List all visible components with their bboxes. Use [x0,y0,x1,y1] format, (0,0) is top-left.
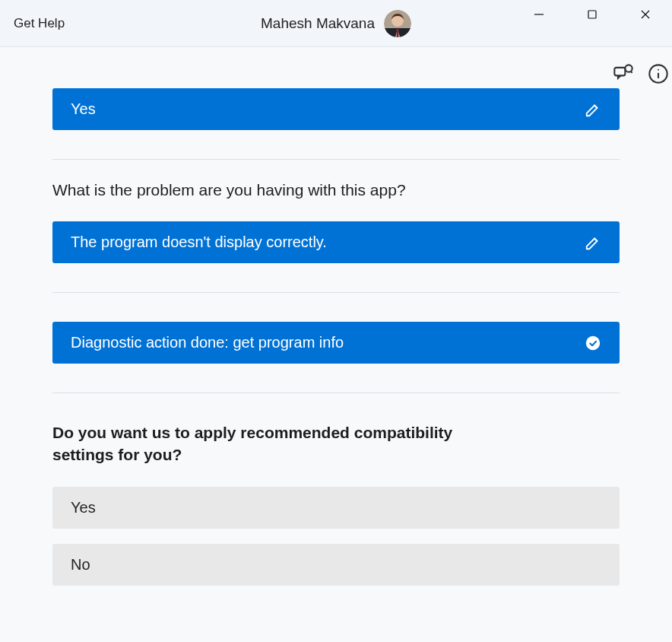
answer-block-problem[interactable]: The program doesn't display correctly. [52,221,620,263]
avatar[interactable] [384,10,411,37]
titlebar-center: Mahesh Makvana [261,10,411,37]
question-apply-settings: Do you want us to apply recommended comp… [52,422,509,466]
feedback-icon[interactable] [613,63,634,84]
maximize-button[interactable] [566,0,619,29]
info-icon[interactable] [648,63,669,84]
close-button[interactable] [619,0,672,29]
minimize-button[interactable] [512,0,566,29]
diagnostic-block[interactable]: Diagnostic action done: get program info [52,322,620,364]
answer-text: Yes [71,100,585,118]
toolbar [0,47,672,81]
svg-point-14 [586,336,600,350]
question-app-problem: What is the problem are you having with … [52,180,620,200]
content: Yes What is the problem are you having w… [52,81,620,586]
svg-rect-6 [588,11,596,18]
edit-icon[interactable] [585,234,601,251]
app-title: Get Help [11,16,65,31]
divider [52,292,620,293]
answer-block-yes[interactable]: Yes [52,88,620,130]
user-name: Mahesh Makvana [261,15,375,32]
window-controls [512,0,672,29]
checkmark-icon [585,335,601,351]
option-yes[interactable]: Yes [52,487,620,529]
titlebar: Get Help Mahesh Makvana [0,0,672,47]
diagnostic-text: Diagnostic action done: get program info [71,334,585,351]
answer-text: The program doesn't display correctly. [71,234,585,251]
edit-icon[interactable] [585,101,601,118]
svg-rect-9 [614,68,625,76]
divider [52,393,620,393]
svg-rect-3 [396,29,398,37]
option-no[interactable]: No [52,544,620,586]
divider [52,159,620,160]
svg-point-12 [658,69,659,71]
